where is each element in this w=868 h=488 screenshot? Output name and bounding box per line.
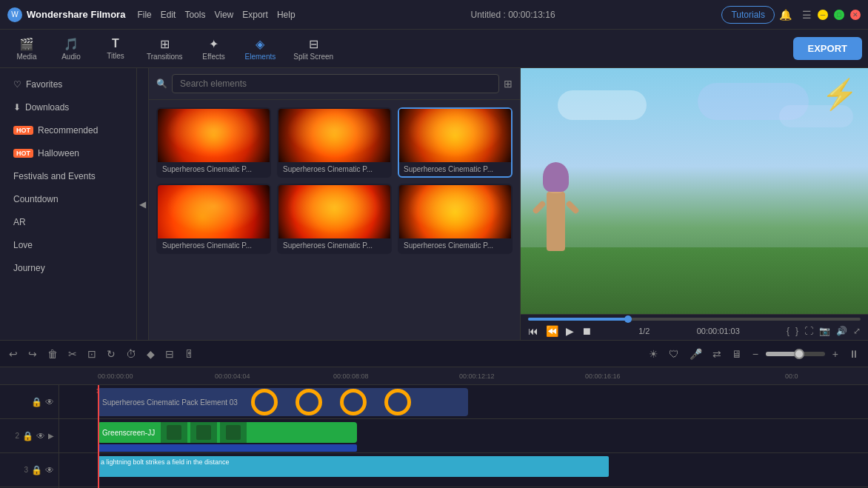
close-button[interactable]: ✕ — [850, 10, 861, 20]
track-2-lock-icon[interactable]: 🔒 — [22, 431, 33, 441]
search-icon: 🔍 — [156, 78, 167, 89]
shield-button[interactable]: 🛡 — [666, 347, 682, 361]
bracket-end-icon[interactable]: } — [795, 326, 798, 336]
sidebar-item-journey[interactable]: Journey — [3, 257, 133, 279]
track-3-eye-icon[interactable]: 👁 — [45, 465, 54, 475]
track-labels: 🔒 👁 2 🔒 👁 ▶ 3 🔒 👁 — [0, 385, 59, 488]
menu-edit[interactable]: Edit — [161, 10, 176, 20]
ruler-mark-3: 00:00:12:12 — [459, 372, 495, 380]
menu-icon[interactable]: ☰ — [802, 9, 812, 21]
tool-audio[interactable]: 🎵 Audio — [50, 34, 92, 64]
tool-media[interactable]: 🎬 Media — [6, 34, 47, 64]
track-3-lock-icon[interactable]: 🔒 — [31, 465, 42, 475]
video-track[interactable]: Greenscreen-JJ — [98, 422, 357, 443]
element-label-1: Superheroes Cinematic P... — [158, 162, 270, 176]
menu-help[interactable]: Help — [277, 10, 296, 20]
audio-adjust-button[interactable]: 🎚 — [181, 347, 198, 361]
volume-icon[interactable]: 🔊 — [836, 326, 847, 336]
element-card-6[interactable]: Superheroes Cinematic P... — [398, 184, 513, 254]
element-card-5[interactable]: Superheroes Cinematic P... — [277, 184, 392, 254]
split-screen-icon: ⊟ — [309, 37, 318, 51]
menu-tools[interactable]: Tools — [184, 10, 205, 20]
transition-button[interactable]: ⇄ — [710, 347, 724, 361]
screen-button[interactable]: 🖥 — [729, 347, 745, 361]
sidebar-item-festivals[interactable]: Festivals and Events — [3, 165, 133, 187]
scissors-button[interactable]: ✂ — [65, 347, 80, 361]
hot-badge-recommended: HOT — [13, 126, 33, 135]
sidebar-item-love[interactable]: Love — [3, 234, 133, 256]
zoom-slider[interactable] — [766, 352, 825, 356]
timer-button[interactable]: ⏱ — [123, 347, 139, 361]
menu-view[interactable]: View — [214, 10, 233, 20]
track-1-eye-icon[interactable]: 👁 — [45, 397, 54, 407]
notifications-icon[interactable]: 🔔 — [779, 9, 792, 21]
snapshot-icon[interactable]: 📷 — [819, 326, 830, 336]
pause-icon[interactable]: ⏸ — [846, 347, 862, 361]
track-row-3: a lightning bolt strikes a field in the … — [59, 453, 868, 487]
skip-back-button[interactable]: ⏮ — [528, 325, 538, 337]
element-card-1[interactable]: Superheroes Cinematic P... — [156, 107, 271, 178]
export-button[interactable]: EXPORT — [793, 37, 862, 60]
fullscreen-icon[interactable]: ⛶ — [804, 326, 813, 336]
sidebar-collapse-button[interactable]: ◀ — [137, 68, 149, 340]
timeline-ruler: 00:00:00:00 00:00:04:04 00:00:08:08 00:0… — [0, 367, 868, 385]
rotate-button[interactable]: ↻ — [104, 347, 118, 361]
element-thumb-5 — [278, 185, 390, 238]
tool-elements[interactable]: ◈ Elements — [238, 34, 284, 64]
tool-titles[interactable]: T Titles — [95, 34, 136, 63]
track-row-2: Greenscreen-JJ — [59, 419, 868, 453]
tool-effects[interactable]: ✦ Effects — [193, 34, 235, 64]
playhead[interactable] — [98, 385, 99, 488]
sidebar-item-halloween[interactable]: HOT Halloween — [3, 142, 133, 164]
tool-titles-label: Titles — [107, 52, 124, 60]
tool-split-screen[interactable]: ⊟ Split Screen — [286, 34, 341, 64]
zoom-out-icon[interactable]: − — [750, 347, 761, 361]
sidebar-item-recommended[interactable]: HOT Recommended — [3, 119, 133, 141]
tool-transitions-label: Transitions — [147, 53, 183, 61]
sidebar: ♡ Favorites ⬇ Downloads HOT Recommended … — [0, 68, 137, 340]
tool-transitions[interactable]: ⊞ Transitions — [139, 34, 190, 64]
element-card-3[interactable]: Superheroes Cinematic P... — [398, 107, 513, 178]
search-input[interactable] — [172, 74, 499, 93]
track-2-num: 2 — [15, 432, 19, 440]
sidebar-festivals-label: Festivals and Events — [13, 171, 96, 181]
redo-button[interactable]: ↪ — [25, 347, 40, 361]
zoom-in-icon[interactable]: + — [829, 347, 841, 361]
play-button[interactable]: ▶ — [566, 325, 574, 337]
sidebar-item-favorites[interactable]: ♡ Favorites — [3, 73, 133, 96]
menu-file[interactable]: File — [137, 10, 151, 20]
chevron-left-icon: ◀ — [139, 199, 146, 210]
delete-button[interactable]: 🗑 — [44, 347, 61, 361]
zoom-handle — [794, 349, 804, 359]
sidebar-item-ar[interactable]: AR — [3, 211, 133, 233]
color-button[interactable]: ◆ — [144, 347, 158, 361]
track-2-eye-icon[interactable]: 👁 — [36, 431, 45, 441]
stop-button[interactable]: ⏹ — [581, 325, 592, 337]
grid-view-icon[interactable]: ⊞ — [504, 78, 513, 90]
sun-button[interactable]: ☀ — [646, 347, 661, 361]
crop-button[interactable]: ⊡ — [84, 347, 99, 361]
minimize-button[interactable]: ─ — [818, 10, 828, 20]
sidebar-item-countdown[interactable]: Countdown — [3, 188, 133, 210]
ruler-mark-0: 00:00:00:00 — [98, 372, 133, 380]
maximize-button[interactable]: □ — [834, 10, 844, 20]
element-card-4[interactable]: Superheroes Cinematic P... — [156, 184, 271, 254]
adjust-button[interactable]: ⊟ — [162, 347, 177, 361]
track-content: ✂ Superheroes Cinematic Pack Element 03 … — [59, 385, 868, 488]
caption-track[interactable]: a lightning bolt strikes a field in the … — [98, 456, 609, 477]
media-icon: 🎬 — [19, 37, 34, 51]
sidebar-item-downloads[interactable]: ⬇ Downloads — [3, 96, 133, 118]
undo-button[interactable]: ↩ — [6, 347, 21, 361]
track-1-lock-icon[interactable]: 🔒 — [31, 397, 42, 407]
element-track[interactable]: Superheroes Cinematic Pack Element 03 — [98, 388, 468, 416]
tutorials-button[interactable]: Tutorials — [721, 6, 775, 24]
mic-button[interactable]: 🎤 — [687, 347, 705, 361]
video-track-label: Greenscreen-JJ — [98, 429, 159, 437]
progress-bar[interactable] — [528, 318, 861, 321]
step-back-button[interactable]: ⏪ — [546, 325, 558, 337]
position-fraction: 1/2 — [638, 327, 650, 335]
resize-icon[interactable]: ⤢ — [853, 326, 861, 336]
element-card-2[interactable]: Superheroes Cinematic P... — [277, 107, 392, 178]
bracket-start-icon[interactable]: { — [787, 326, 789, 336]
menu-export[interactable]: Export — [242, 10, 268, 20]
